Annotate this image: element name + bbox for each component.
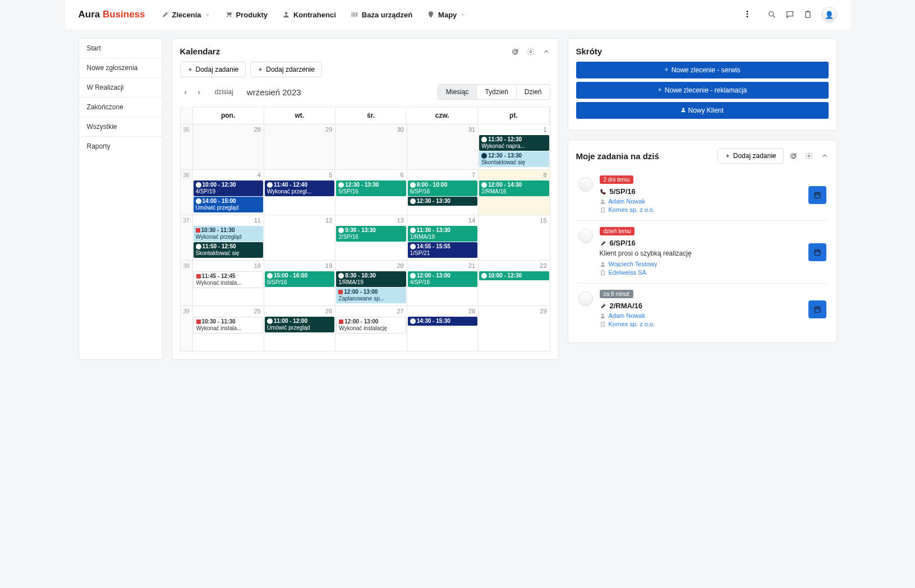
calendar-cell[interactable]: 2712:00 - 13:00Wykonać instalację xyxy=(335,306,407,351)
calendar-cell[interactable]: 612:30 - 13:305/SP/16 xyxy=(335,170,407,215)
person-link[interactable]: Wojciech Testowy xyxy=(609,261,657,267)
nav-zlecenia[interactable]: Zlecenia xyxy=(161,11,210,19)
refresh-icon[interactable] xyxy=(511,48,519,55)
more-menu[interactable] xyxy=(743,10,752,20)
task-ref[interactable]: 2/RMA/16 xyxy=(600,302,802,310)
calendar-event[interactable]: 12:00 - 13:00Zaplanowane sp... xyxy=(336,288,406,303)
add-event-button[interactable]: Dodaj zdarzenie xyxy=(250,62,322,77)
calendar-cell[interactable]: 1915:00 - 16:006/SP/16 xyxy=(264,261,335,305)
calendar-event[interactable]: 11:30 - 12:30Wykonać napra... xyxy=(479,135,549,151)
calendar-cell[interactable]: 812:00 - 14:302/RMA/16 xyxy=(479,170,549,215)
calendar-cell[interactable]: 410:00 - 12:304/SP/1914:00 - 15:00Umówić… xyxy=(193,170,264,215)
calendar-cell[interactable]: 28 xyxy=(193,124,264,169)
calendar-cell[interactable]: 15 xyxy=(479,215,549,260)
calendar-event[interactable]: 11:50 - 12:50Skontaktować się xyxy=(194,242,263,258)
task-ref[interactable]: 5/SP/16 xyxy=(600,187,802,196)
schedule-button[interactable] xyxy=(808,186,826,204)
task-ref[interactable]: 6/SP/16 xyxy=(600,239,802,247)
calendar-event[interactable]: 11:00 - 12:00Umówić przegląd xyxy=(265,317,334,332)
gear-icon[interactable] xyxy=(805,152,813,160)
sidebar-item[interactable]: W Realizacji xyxy=(79,78,162,98)
calendar-event[interactable]: 12:00 - 13:004/SP/16 xyxy=(408,271,477,287)
schedule-button[interactable] xyxy=(808,243,826,261)
calendar-event[interactable]: 11:30 - 13:301/RMA/19 xyxy=(408,226,477,242)
calendar-cell[interactable]: 2210:00 - 12:30 xyxy=(479,261,549,305)
view-week[interactable]: Tydzień xyxy=(477,85,516,99)
sidebar-item[interactable]: Wszystkie xyxy=(79,117,162,137)
person-link[interactable]: Adam Nowak xyxy=(609,312,645,319)
gear-icon[interactable] xyxy=(527,48,535,55)
calendar-cell[interactable]: 111:30 - 12:30Wykonać napra...12:30 - 13… xyxy=(479,124,549,169)
schedule-button[interactable] xyxy=(808,300,826,318)
shortcut-button[interactable]: Nowe zlecenie - serwis xyxy=(576,62,829,78)
nav-mapy[interactable]: Mapy xyxy=(427,11,466,19)
sidebar-item[interactable]: Nowe zgłoszenia xyxy=(79,58,162,78)
calendar-event[interactable]: 12:00 - 13:00Wykonać instalację xyxy=(336,317,406,334)
calendar-cell[interactable]: 2611:00 - 12:00Umówić przegląd xyxy=(264,306,335,351)
dow-header: wt. xyxy=(264,107,335,124)
nav-produkty[interactable]: Produkty xyxy=(225,11,268,19)
search-icon[interactable] xyxy=(767,10,776,19)
time-badge: dzień temu xyxy=(600,227,635,235)
calendar-cell[interactable]: 1811:45 - 12:45Wykonać instala... xyxy=(193,261,264,305)
calendar-cell[interactable]: 2814:30 - 15:30 xyxy=(407,306,479,351)
calendar-event[interactable]: 15:00 - 16:006/SP/16 xyxy=(265,271,334,287)
view-day[interactable]: Dzień xyxy=(517,85,550,99)
calendar-event[interactable]: 10:00 - 12:30 xyxy=(479,271,549,280)
sidebar-item[interactable]: Start xyxy=(79,39,162,58)
today-button[interactable]: dzisiaj xyxy=(210,86,238,98)
calendar-cell[interactable]: 2510:30 - 11:30Wykonać instala... xyxy=(193,306,264,351)
week-number: 37 xyxy=(181,215,193,260)
calendar-cell[interactable]: 208:30 - 10:301/RMA/1912:00 - 13:00Zapla… xyxy=(335,261,407,305)
sidebar-item[interactable]: Zakończone xyxy=(79,98,162,117)
calendar-event[interactable]: 10:30 - 11:30Wykonać przegląd xyxy=(194,226,263,242)
calendar-event[interactable]: 12:30 - 13:30Skontaktować się xyxy=(479,151,549,167)
add-task-button[interactable]: Dodaj zadanie xyxy=(180,62,246,77)
calendar-event[interactable]: 12:30 - 13:305/SP/16 xyxy=(336,180,406,196)
calendar-event[interactable]: 9:30 - 13:302/SP/16 xyxy=(336,226,406,242)
next-month[interactable]: › xyxy=(194,86,205,98)
calendar-event[interactable]: 12:00 - 14:302/RMA/16 xyxy=(479,180,549,196)
calendar-cell[interactable]: 2112:00 - 13:004/SP/16 xyxy=(407,261,479,305)
calendar-event[interactable]: 11:45 - 12:45Wykonać instala... xyxy=(194,271,263,288)
shortcut-button[interactable]: Nowe zlecenie - reklamacja xyxy=(576,82,829,99)
calendar-cell[interactable]: 29 xyxy=(479,306,549,351)
calendar-cell[interactable]: 139:30 - 13:302/SP/16 xyxy=(335,215,407,260)
calendar-event[interactable]: 14:55 - 15:551/SP/21 xyxy=(408,242,477,258)
company-link[interactable]: Kornex sp. z o.o. xyxy=(609,321,655,327)
calendar-event[interactable]: 11:40 - 12:40Wykonać przegl... xyxy=(265,180,334,196)
person-link[interactable]: Adam Nowak xyxy=(609,198,645,205)
calendar-cell[interactable]: 1110:30 - 11:30Wykonać przegląd11:50 - 1… xyxy=(193,215,264,260)
shortcut-button[interactable]: Nowy Klient xyxy=(576,102,829,119)
add-task-button-2[interactable]: Dodaj zadanie xyxy=(718,148,784,164)
sidebar-item[interactable]: Raporty xyxy=(79,137,162,156)
clipboard-icon[interactable] xyxy=(803,10,812,19)
company-link[interactable]: Edelweiss SA xyxy=(609,269,646,276)
collapse-icon[interactable] xyxy=(542,48,550,55)
prev-month[interactable]: ‹ xyxy=(180,86,191,98)
calendar-event[interactable]: 14:00 - 15:00Umówić przegląd xyxy=(194,197,263,212)
collapse-icon[interactable] xyxy=(821,152,829,160)
calendar-cell[interactable]: 511:40 - 12:40Wykonać przegl... xyxy=(264,170,335,215)
avatar[interactable]: 👤 xyxy=(821,7,837,22)
avatar xyxy=(578,177,593,192)
calendar-cell[interactable]: 1411:30 - 13:301/RMA/1914:55 - 15:551/SP… xyxy=(407,215,479,260)
calendar-cell[interactable]: 29 xyxy=(264,124,335,169)
dow-header: pon. xyxy=(193,107,264,124)
chat-icon[interactable] xyxy=(785,10,794,19)
view-month[interactable]: Miesiąc xyxy=(438,85,477,99)
calendar-cell[interactable]: 31 xyxy=(407,124,479,169)
calendar-event[interactable]: 10:00 - 12:304/SP/19 xyxy=(194,180,263,196)
company-link[interactable]: Kornex sp. z o.o. xyxy=(609,206,655,213)
calendar-event[interactable]: 10:30 - 11:30Wykonać instala... xyxy=(194,317,263,334)
calendar-cell[interactable]: 30 xyxy=(335,124,407,169)
calendar-event[interactable]: 8:00 - 10:006/SP/16 xyxy=(408,180,477,196)
calendar-event[interactable]: 12:30 - 13:30 xyxy=(408,197,477,206)
calendar-event[interactable]: 8:30 - 10:301/RMA/19 xyxy=(336,271,406,287)
nav-baza urządzeń[interactable]: Baza urządzeń xyxy=(351,11,412,19)
calendar-event[interactable]: 14:30 - 15:30 xyxy=(408,317,477,326)
nav-kontrahenci[interactable]: Kontrahenci xyxy=(282,11,336,19)
refresh-icon[interactable] xyxy=(789,152,797,160)
calendar-cell[interactable]: 78:00 - 10:006/SP/1612:30 - 13:30 xyxy=(407,170,479,215)
calendar-cell[interactable]: 12 xyxy=(264,215,335,260)
